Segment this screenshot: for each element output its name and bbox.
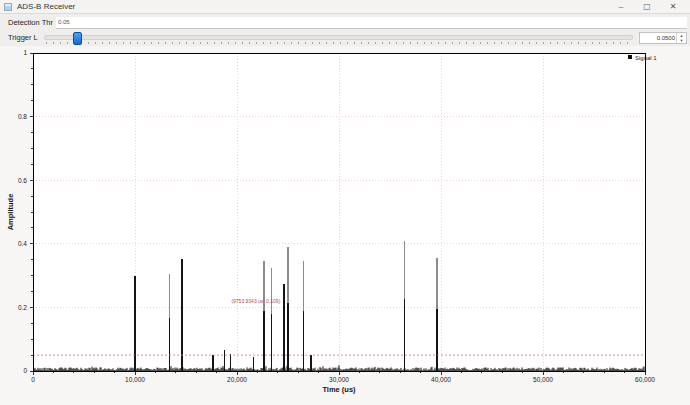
detection-threshold-label: Detection Thr <box>8 18 53 27</box>
svg-text:0.6: 0.6 <box>18 177 27 184</box>
slider-track[interactable] <box>44 35 633 40</box>
svg-text:1: 1 <box>23 49 27 56</box>
spin-down-icon[interactable]: ▼ <box>677 38 686 43</box>
trigger-value[interactable]: 0.0500 <box>640 33 676 43</box>
svg-text:0: 0 <box>31 376 35 383</box>
y-axis-label: Amplitude <box>6 194 15 231</box>
figure-panel: (9753.9343 us, 0.109)010,00020,00030,000… <box>0 46 690 405</box>
slider-tick-marks <box>46 42 631 44</box>
window-title: ADS-B Receiver <box>17 2 75 11</box>
svg-text:20,000: 20,000 <box>227 376 247 383</box>
x-axis-label: Time (us) <box>322 385 356 394</box>
window-controls: – ▢ ✕ <box>616 0 686 13</box>
svg-text:0.2: 0.2 <box>18 304 27 311</box>
trigger-slider[interactable] <box>44 31 633 45</box>
slider-thumb[interactable] <box>73 32 82 45</box>
maximize-button[interactable]: ▢ <box>642 0 652 13</box>
window-titlebar: ADS-B Receiver – ▢ ✕ <box>0 0 690 14</box>
close-button[interactable]: ✕ <box>668 0 678 13</box>
detection-threshold-input[interactable] <box>56 17 687 29</box>
minimize-button[interactable]: – <box>616 0 626 13</box>
svg-text:50,000: 50,000 <box>533 376 553 383</box>
y-tick-labels: 00.20.40.60.81 <box>18 49 27 374</box>
trigger-label: Trigger L <box>8 33 38 42</box>
detection-threshold-row: Detection Thr <box>0 15 690 30</box>
amplitude-chart: (9753.9343 us, 0.109)010,00020,00030,000… <box>0 46 690 405</box>
legend-label: Signal 1 <box>635 55 657 61</box>
svg-text:0.8: 0.8 <box>18 113 27 120</box>
legend-swatch <box>628 55 632 59</box>
trigger-row: Trigger L 0.0500 ▲ ▼ <box>0 30 690 45</box>
svg-text:40,000: 40,000 <box>431 376 451 383</box>
x-tick-labels: 010,00020,00030,00040,00050,00060,000 <box>31 376 655 383</box>
datatip-label: (9753.9343 us, 0.109) <box>231 298 280 304</box>
svg-text:60,000: 60,000 <box>635 376 655 383</box>
spinner-arrows: ▲ ▼ <box>676 33 686 43</box>
app-icon <box>4 3 12 11</box>
svg-text:10,000: 10,000 <box>125 376 145 383</box>
svg-text:30,000: 30,000 <box>329 376 349 383</box>
trigger-value-spinbox[interactable]: 0.0500 ▲ ▼ <box>639 32 687 44</box>
svg-text:0: 0 <box>23 367 27 374</box>
svg-text:0.4: 0.4 <box>18 240 27 247</box>
